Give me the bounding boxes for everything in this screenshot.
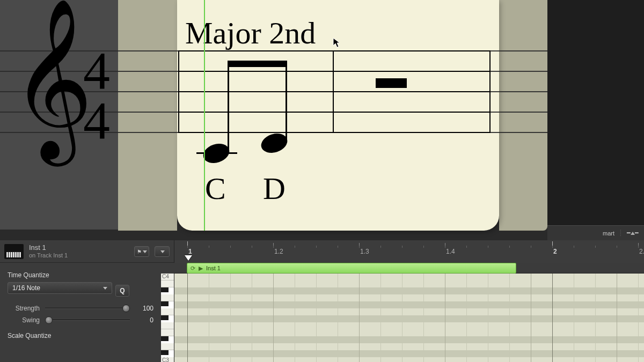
toolbar-right: mart ┊ ━━ (547, 225, 644, 240)
midi-region[interactable]: ⟳ ▶ Inst 1 (187, 263, 516, 274)
black-key[interactable] (161, 315, 169, 320)
strength-value: 100 (135, 305, 153, 312)
ruler-label: 1.2 (274, 248, 283, 255)
region-play-icon[interactable]: ▶ (199, 265, 203, 272)
ruler-playhead-icon[interactable] (185, 255, 192, 261)
instrument-subtitle: on Track Inst 1 (29, 252, 68, 259)
editor-header: Inst 1 on Track Inst 1 ⚑ 11.21.31.422.2 (0, 240, 644, 263)
tool-menu-button[interactable]: ⚑ (134, 246, 149, 257)
ruler-label: 1 (188, 248, 192, 255)
black-key[interactable] (161, 336, 169, 341)
white-key[interactable] (161, 329, 174, 336)
quantize-value-select[interactable]: 1/16 Note (8, 282, 112, 294)
time-quantize-heading: Time Quantize (8, 271, 153, 279)
ruler-label: 2 (553, 248, 557, 255)
score-page-margin-left (118, 0, 177, 231)
separator: ┊ (619, 230, 623, 237)
snap-mode-label[interactable]: mart (603, 230, 614, 237)
timeline-ruler[interactable]: 11.21.31.422.2 (174, 240, 644, 263)
strength-label: Strength (8, 305, 40, 312)
ruler-label: 2.2 (639, 248, 644, 255)
quantize-apply-button[interactable]: Q (115, 285, 129, 297)
black-key[interactable] (161, 301, 169, 306)
ruler-label: 1.3 (360, 248, 369, 255)
score-editor-dark-right (547, 0, 644, 230)
white-key[interactable] (161, 308, 174, 315)
piano-keyboard[interactable]: C4C3 (161, 274, 174, 362)
black-key[interactable] (161, 350, 169, 355)
score-title[interactable]: Major 2nd (185, 15, 316, 51)
inspector-panel: Time Quantize 1/16 Note Q Strength 100 S… (0, 263, 161, 362)
swing-label: Swing (8, 316, 40, 324)
scale-quantize-heading: Scale Quantize (8, 332, 153, 339)
octave-label: C4 (162, 274, 169, 279)
white-key[interactable] (161, 343, 174, 350)
instrument-icon[interactable] (4, 244, 24, 259)
zoom-slider-icon[interactable]: ━━ (627, 230, 639, 237)
octave-label: C3 (162, 357, 169, 362)
score-editor-dark-left (0, 0, 118, 230)
ruler-label: 1.4 (446, 248, 455, 255)
swing-value: 0 (135, 316, 153, 324)
black-key[interactable] (161, 287, 169, 292)
chevron-down-icon (103, 287, 107, 290)
view-menu-button[interactable] (155, 246, 170, 257)
white-key[interactable] (161, 280, 174, 287)
instrument-header: Inst 1 on Track Inst 1 ⚑ (0, 240, 174, 263)
region-lane: ⟳ ▶ Inst 1 (174, 263, 644, 274)
white-key[interactable] (161, 294, 174, 301)
strength-slider[interactable] (45, 304, 130, 313)
region-name: Inst 1 (206, 265, 221, 271)
swing-slider[interactable] (45, 316, 130, 324)
white-key[interactable] (161, 322, 174, 329)
piano-roll-grid[interactable] (174, 274, 644, 362)
piano-roll-editor: Inst 1 on Track Inst 1 ⚑ 11.21.31.422.2 … (0, 240, 644, 362)
score-page-margin-right (499, 0, 547, 231)
instrument-name: Inst 1 (29, 244, 68, 252)
region-loop-icon[interactable]: ⟳ (191, 265, 195, 272)
quantize-value-label: 1/16 Note (12, 284, 40, 292)
